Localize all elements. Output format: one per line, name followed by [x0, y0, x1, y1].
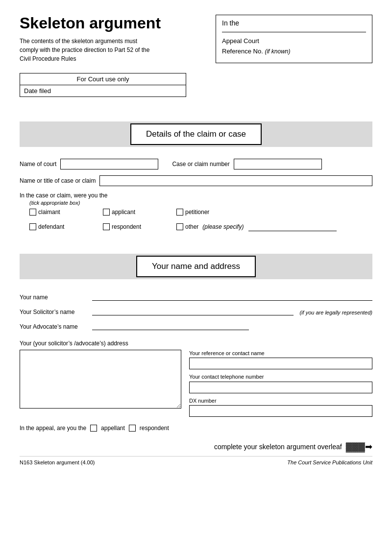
header-left: Skeleton argument The contents of the sk… — [20, 15, 206, 63]
arrow-icon: ▓▓▓➡ — [346, 441, 372, 452]
applicant-label: applicant — [112, 209, 135, 216]
appeal-respondent-label: respondent — [140, 425, 169, 432]
claimant-checkbox[interactable] — [29, 209, 36, 216]
case-title-label: Name or title of case or claim — [20, 177, 96, 184]
respondent-label: respondent — [112, 223, 141, 230]
other-specify-input[interactable] — [248, 222, 337, 231]
other-specify-label: (please specify) — [202, 223, 244, 230]
in-case-label: In the case or claim, were you the — [20, 192, 372, 199]
appeal-respondent-checkbox[interactable] — [129, 425, 136, 432]
header-description: The contents of the skeleton arguments m… — [20, 37, 157, 63]
address-label: Your (your solicitor’s /advocate’s) addr… — [20, 340, 372, 347]
respondent-checkbox[interactable] — [103, 223, 110, 230]
ref-no-label: Reference No. (if known) — [222, 48, 366, 55]
case-number-label: Case or claim number — [172, 161, 229, 168]
appeal-court-label: Appeal Court — [222, 37, 366, 45]
claim-section-banner: Details of the claim or case — [20, 121, 372, 147]
appeal-label: In the appeal, are you the — [20, 425, 86, 432]
appeal-row: In the appeal, are you the appellant res… — [20, 425, 372, 432]
defendant-label: defendant — [38, 223, 64, 230]
appellant-label: appellant — [101, 425, 125, 432]
solicitor-row: Your Solicitor’s name (if you are legall… — [20, 306, 372, 315]
publisher: The Court Service Publications Unit — [287, 459, 372, 465]
date-filed-label: Date filed — [24, 87, 63, 95]
name-section-banner: Your name and address — [20, 254, 372, 279]
complete-text: complete your skeleton argument overleaf — [214, 443, 342, 451]
applicant-checkbox[interactable] — [103, 209, 110, 216]
your-name-input[interactable] — [92, 291, 372, 301]
solicitor-note: (if you are legally represented) — [299, 310, 372, 315]
solicitor-label: Your Solicitor’s name — [20, 309, 88, 315]
date-filed-value[interactable] — [63, 87, 182, 95]
other-label: other — [185, 223, 198, 230]
court-use-box: For Court use only Date filed — [20, 73, 186, 97]
dx-label: DX number — [189, 397, 372, 404]
solicitor-input[interactable] — [92, 306, 294, 315]
claimant-checkbox-item: claimant — [29, 209, 88, 216]
other-checkbox-item: other (please specify) — [176, 222, 337, 231]
your-name-row: Your name — [20, 291, 372, 301]
checkbox-line-2: defendant respondent other (please speci… — [29, 222, 372, 231]
checkbox-line-1: claimant applicant petitioner — [29, 209, 372, 216]
tick-note: (tick appropriate box) — [29, 200, 372, 206]
contact-tel-input[interactable] — [189, 382, 372, 393]
respondent-checkbox-item: respondent — [103, 222, 162, 231]
in-the-label: In the — [222, 19, 366, 27]
address-textarea[interactable] — [20, 350, 181, 409]
name-address-section: Your name Your Solicitor’s name (if you … — [20, 291, 372, 330]
court-use-header: For Court use only — [20, 73, 186, 85]
page-title: Skeleton argument — [20, 15, 206, 32]
other-checkbox[interactable] — [176, 223, 183, 230]
ref-contact-label: Your reference or contact name — [189, 350, 372, 357]
applicant-checkbox-item: applicant — [103, 209, 162, 216]
defendant-checkbox[interactable] — [29, 223, 36, 230]
header-section: Skeleton argument The contents of the sk… — [20, 15, 372, 63]
advocate-input[interactable] — [92, 320, 249, 330]
case-number-input[interactable] — [234, 159, 322, 169]
case-title-row: Name or title of case or claim — [20, 175, 372, 186]
petitioner-checkbox-item: petitioner — [176, 209, 235, 216]
form-number: N163 Skeleton argument (4.00) — [20, 459, 95, 465]
dx-input[interactable] — [189, 405, 372, 417]
address-row: Your reference or contact name Your cont… — [20, 350, 372, 417]
advocate-row: Your Advocate’s name — [20, 320, 372, 330]
divider — [222, 32, 366, 32]
petitioner-label: petitioner — [185, 209, 209, 216]
appellant-checkbox[interactable] — [90, 425, 97, 432]
ref-contact-row: Your reference or contact name — [189, 350, 372, 369]
footer-complete: complete your skeleton argument overleaf… — [20, 441, 372, 452]
address-section: Your (your solicitor’s /advocate’s) addr… — [20, 340, 372, 417]
dx-row: DX number — [189, 397, 372, 417]
case-title-input[interactable] — [99, 175, 372, 186]
ref-contact-input[interactable] — [189, 358, 372, 369]
court-name-input[interactable] — [60, 159, 158, 169]
court-name-row: Name of court Case or claim number — [20, 159, 372, 169]
your-name-label: Your name — [20, 294, 88, 301]
footer-bar: N163 Skeleton argument (4.00) The Court … — [20, 456, 372, 465]
court-box: In the Appeal Court Reference No. (if kn… — [216, 15, 372, 63]
claim-section-title: Details of the claim or case — [130, 123, 262, 145]
contact-tel-row: Your contact telephone number — [189, 373, 372, 393]
contact-tel-label: Your contact telephone number — [189, 373, 372, 380]
date-filed-row: Date filed — [20, 85, 186, 96]
advocate-label: Your Advocate’s name — [20, 323, 88, 330]
name-section-title: Your name and address — [136, 256, 256, 277]
address-right-fields: Your reference or contact name Your cont… — [189, 350, 372, 417]
role-checkbox-group: claimant applicant petitioner defendant … — [29, 209, 372, 234]
defendant-checkbox-item: defendant — [29, 222, 88, 231]
claimant-label: claimant — [38, 209, 60, 216]
petitioner-checkbox[interactable] — [176, 209, 183, 216]
court-name-label: Name of court — [20, 161, 56, 168]
